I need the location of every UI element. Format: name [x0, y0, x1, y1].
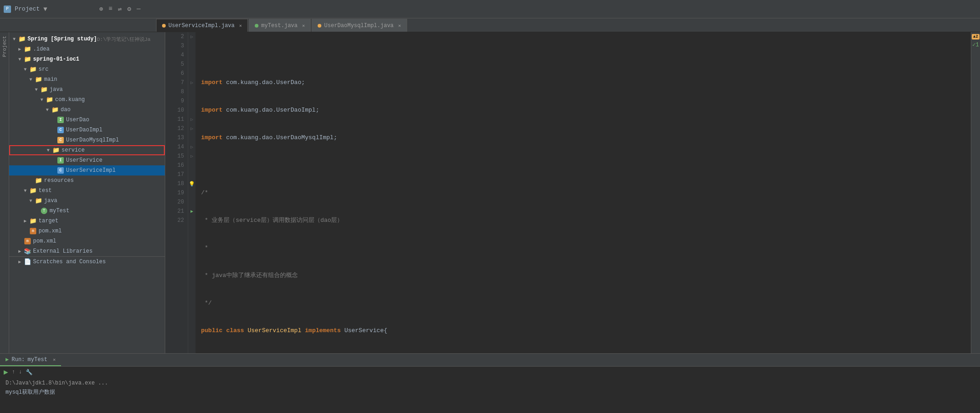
tree-java-test[interactable]: ▼ 📁 java	[9, 196, 165, 206]
tree-userdaoimpl[interactable]: ▶ C UserDaoImpl	[9, 125, 165, 135]
settings-icon[interactable]: ⚙	[127, 5, 131, 13]
arrow-main: ▼	[29, 77, 35, 82]
tree-idea[interactable]: ▶ 📁 .idea	[9, 44, 165, 54]
scroll-up-button[interactable]: ↑	[12, 369, 15, 375]
tree-pom-inner[interactable]: ▶ m pom.xml	[9, 226, 165, 236]
bottom-panel: ▶ Run: myTest ✕ ▶ ↑ ↓ 🔧 D:\Java\jdk1.8\b…	[0, 353, 980, 413]
ext-libs-label: External Libraries	[33, 248, 93, 255]
tree-userservice[interactable]: ▶ I UserService	[9, 155, 165, 165]
tree-src[interactable]: ▼ 📁 src	[9, 64, 165, 74]
run-button[interactable]: ▶	[4, 368, 8, 377]
tree-main[interactable]: ▼ 📁 main	[9, 74, 165, 85]
project-title[interactable]: Project	[15, 6, 40, 12]
tree-dao[interactable]: ▼ 📁 dao	[9, 105, 165, 115]
gutter-8	[188, 87, 196, 96]
tab-close-1[interactable]: ✕	[239, 23, 242, 28]
editor-area: 2 3 4 5 6 7 8 9 10 11 12 13 14 15 16 17 …	[165, 32, 971, 353]
target-label: target	[39, 218, 58, 224]
arrow-test: ▼	[24, 188, 29, 193]
project-icon: P	[4, 6, 11, 13]
folder-icon-java-test: 📁	[35, 197, 42, 204]
mytest-label: myTest	[50, 208, 69, 214]
gutter-6	[188, 69, 196, 78]
add-icon[interactable]: ⊕	[99, 5, 103, 13]
tree-comkuang[interactable]: ▼ 📁 com.kuang	[9, 95, 165, 105]
project-title-area: P Project ▼	[4, 6, 95, 13]
warning-badge: ▲2	[972, 34, 980, 40]
folder-icon-spring: 📁	[18, 35, 26, 43]
arrow-java-test: ▼	[29, 198, 35, 204]
wrench-button[interactable]: 🔧	[26, 369, 33, 376]
arrow-spring01: ▼	[18, 57, 24, 62]
spring01-label: spring-01-ioc1	[33, 56, 79, 62]
scroll-down-button[interactable]: ↓	[19, 369, 22, 375]
gutter-12: ▷	[188, 124, 196, 133]
tree-ext-libs[interactable]: ▶ 📚 External Libraries	[9, 246, 165, 256]
folder-icon-target: 📁	[29, 217, 37, 225]
code-editor[interactable]: import com.kuang.dao.UserDao; import com…	[196, 32, 971, 353]
scratches-label: Scratches and Consoles	[33, 259, 106, 265]
gutter-19	[188, 188, 196, 198]
gutter-13	[188, 133, 196, 142]
tree-target[interactable]: ▶ 📁 target	[9, 216, 165, 226]
run-tab-label: Run:	[11, 356, 25, 363]
tree-pom-outer[interactable]: ▶ m pom.xml	[9, 236, 165, 246]
gutter-20	[188, 198, 196, 207]
spring-path: D:\学习笔记\狂神说Ja	[97, 36, 151, 43]
run-tab-close[interactable]: ✕	[53, 357, 56, 362]
tree-java-main[interactable]: ▼ 📁 java	[9, 85, 165, 95]
gutter-4	[188, 51, 196, 60]
dropdown-icon[interactable]: ▼	[44, 6, 47, 13]
code-line-8: * 业务层（service层）调用数据访问层（dao层）	[201, 216, 965, 225]
spring-label: Spring [Spring study]	[28, 36, 97, 42]
tree-spring01[interactable]: ▼ 📁 spring-01-ioc1	[9, 54, 165, 64]
structure-icon[interactable]: ≡	[108, 5, 112, 13]
tree-mytest[interactable]: ▶ T myTest	[9, 206, 165, 216]
main-layout: Project ▼ 📁 Spring [Spring study] D:\学习笔…	[0, 32, 980, 353]
class-icon-userdaoimpl: C	[57, 126, 64, 134]
tree-spring-root[interactable]: ▼ 📁 Spring [Spring study] D:\学习笔记\狂神说Ja	[9, 34, 165, 44]
bottom-tabs: ▶ Run: myTest ✕	[0, 354, 980, 367]
tree-test[interactable]: ▼ 📁 test	[9, 186, 165, 196]
java-main-label: java	[50, 86, 63, 93]
code-line-6	[201, 161, 965, 170]
idea-label: .idea	[33, 46, 50, 52]
run-tab-name: myTest	[28, 356, 47, 363]
code-line-9: *	[201, 243, 965, 253]
bottom-toolbar: ▶ ↑ ↓ 🔧	[0, 367, 980, 378]
line-numbers: 2 3 4 5 6 7 8 9 10 11 12 13 14 15 16 17 …	[165, 32, 188, 353]
tree-userserviceimpl[interactable]: ▶ C UserServiceImpl	[9, 165, 165, 175]
tree-service[interactable]: ▼ 📁 service	[9, 145, 165, 155]
gutter-17	[188, 170, 196, 179]
tree-userdao[interactable]: ▶ I UserDao	[9, 115, 165, 125]
tree-scratches[interactable]: ▶ 📄 Scratches and Consoles	[9, 256, 165, 266]
userserviceimpl-label: UserServiceImpl	[66, 167, 116, 174]
folder-icon-spring01: 📁	[24, 56, 31, 63]
code-line-11: */	[201, 299, 965, 308]
sync-icon[interactable]: ⇌	[118, 5, 122, 13]
xml-icon-pom-inner: m	[29, 227, 37, 235]
folder-icon-main: 📁	[35, 76, 42, 83]
gutter-5	[188, 60, 196, 69]
arrow-src: ▼	[24, 67, 29, 72]
tab-close-3[interactable]: ✕	[398, 23, 401, 28]
pom-outer-label: pom.xml	[33, 238, 56, 244]
tab-mytest[interactable]: myTest.java ✕	[249, 19, 311, 32]
src-label: src	[39, 66, 49, 73]
run-tab[interactable]: ▶ Run: myTest ✕	[0, 354, 61, 366]
arrow-scratches: ▶	[18, 259, 24, 265]
tree-resources[interactable]: ▶ 📁 resources	[9, 175, 165, 186]
tab-icon-orange-2	[318, 24, 321, 28]
arrow-comkuang: ▼	[40, 97, 46, 102]
minimize-icon[interactable]: —	[137, 5, 140, 13]
gutter: ▷ ▷ ▷ ▷ ▷ ▷ 💡 ▶	[188, 32, 196, 353]
arrow-service: ▼	[47, 148, 52, 153]
tab-userdaomysqlimpl[interactable]: UserDaoMysqlImpl.java ✕	[312, 19, 407, 32]
folder-icon-java-main: 📁	[40, 86, 48, 93]
tree-userdaomysqlimpl[interactable]: ▶ C UserDaoMysqlImpl	[9, 135, 165, 145]
tab-close-2[interactable]: ✕	[302, 23, 305, 28]
project-vert-label[interactable]: Project	[2, 36, 7, 57]
tab-userserviceimpl[interactable]: UserServiceImpl.java ✕	[156, 19, 248, 32]
arrow-target: ▶	[24, 218, 29, 224]
gutter-22	[188, 216, 196, 225]
